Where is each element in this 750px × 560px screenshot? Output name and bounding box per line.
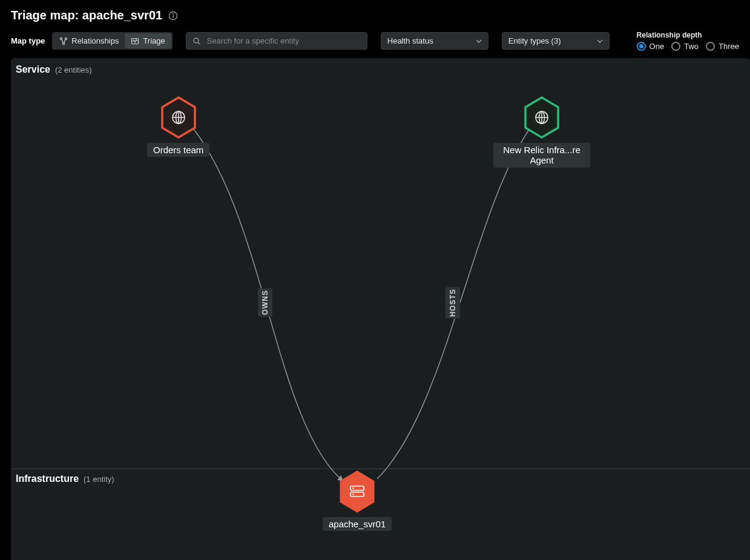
toggle-relationships[interactable]: Relationships <box>53 33 125 48</box>
depth-radio-one[interactable]: One <box>637 42 665 51</box>
svg-point-17 <box>352 487 354 489</box>
radio-icon <box>671 42 680 51</box>
hexagon-icon <box>160 96 197 139</box>
toggle-triage[interactable]: Triage <box>125 33 171 48</box>
section-service-count: (2 entities) <box>55 65 92 74</box>
svg-point-3 <box>61 38 62 39</box>
node-label: Orders team <box>147 143 209 157</box>
depth-three-label: Three <box>719 42 739 51</box>
svg-rect-2 <box>173 15 173 18</box>
svg-point-5 <box>63 42 65 44</box>
node-newrelic-agent[interactable]: New Relic Infra...re Agent <box>493 96 590 168</box>
node-apache-svr01[interactable]: apache_svr01 <box>323 470 392 531</box>
svg-point-7 <box>194 38 199 43</box>
node-label: New Relic Infra...re Agent <box>493 143 590 168</box>
section-infra-header: Infrastructure (1 entity) <box>16 473 114 484</box>
section-divider <box>11 469 750 469</box>
toggle-triage-label: Triage <box>143 36 165 45</box>
relationship-depth-label: Relationship depth <box>637 31 739 39</box>
health-status-dropdown[interactable]: Health status <box>381 32 488 50</box>
depth-one-label: One <box>650 42 665 51</box>
edge-label-owns: OWNS <box>258 288 272 317</box>
svg-point-18 <box>352 493 354 495</box>
svg-point-1 <box>173 13 174 15</box>
radio-icon <box>706 42 715 51</box>
hexagon-icon <box>338 470 376 513</box>
node-label: apache_svr01 <box>323 517 392 531</box>
section-infra-count: (1 entity) <box>84 475 114 484</box>
relationship-depth: Relationship depth One Two Three <box>637 31 739 51</box>
page-title: Triage map: apache_svr01 <box>11 8 162 22</box>
section-service-header: Service (2 entities) <box>16 64 92 75</box>
page-header: Triage map: apache_svr01 <box>0 0 750 26</box>
chevron-down-icon <box>476 38 482 44</box>
edge-label-hosts: HOSTS <box>446 287 460 318</box>
triage-icon <box>131 37 139 45</box>
entity-types-label: Entity types (3) <box>508 36 561 45</box>
section-service-name: Service <box>16 64 50 75</box>
node-orders-team[interactable]: Orders team <box>147 96 209 157</box>
depth-two-label: Two <box>684 42 699 51</box>
search-box[interactable] <box>186 32 367 50</box>
depth-radio-two[interactable]: Two <box>671 42 699 51</box>
toggle-relationships-label: Relationships <box>71 36 119 45</box>
svg-point-4 <box>65 38 67 39</box>
map-type-label: Map type <box>11 36 45 45</box>
chevron-down-icon <box>597 38 603 44</box>
depth-radio-three[interactable]: Three <box>706 42 739 51</box>
info-icon[interactable] <box>168 11 178 21</box>
toolbar: Map type Relationships Triage <box>0 26 750 58</box>
depth-radio-group: One Two Three <box>637 42 739 51</box>
svg-marker-14 <box>341 472 373 512</box>
entity-types-dropdown[interactable]: Entity types (3) <box>502 32 610 50</box>
triage-map-canvas[interactable]: Service (2 entities) Infrastructure (1 e… <box>11 58 750 560</box>
hexagon-icon <box>523 96 561 139</box>
relationships-icon <box>59 37 68 45</box>
radio-icon <box>637 42 646 51</box>
search-input[interactable] <box>206 36 361 46</box>
search-icon <box>192 37 201 45</box>
map-type-toggle: Relationships Triage <box>52 32 172 50</box>
health-status-label: Health status <box>387 36 433 45</box>
section-infra-name: Infrastructure <box>16 473 79 484</box>
